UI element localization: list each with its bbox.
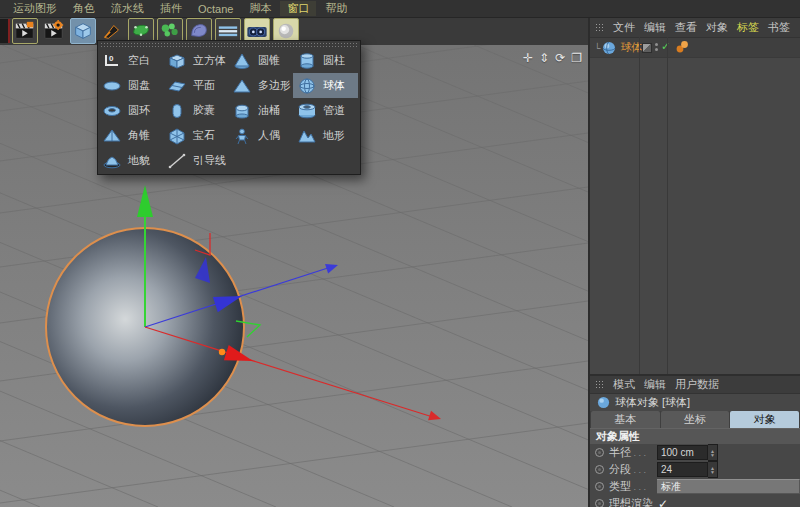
stepper-arrows[interactable]: ▲▼ <box>708 461 718 478</box>
primitive-label: 管道 <box>323 103 345 118</box>
primitive-item-plane[interactable]: 平面 <box>163 73 228 98</box>
attribute-title-row: 球体对象 [球体] <box>590 394 800 411</box>
toolbar-add-primitive-icon[interactable] <box>70 18 96 44</box>
primitive-item-cylinder[interactable]: 圆柱 <box>293 48 358 73</box>
primitive-item-landscape[interactable]: 地形 <box>293 123 358 148</box>
primitive-item-platonic[interactable]: 宝石 <box>163 123 228 148</box>
panel-menu-icon[interactable] <box>595 380 604 389</box>
primitive-label: 宝石 <box>193 128 215 143</box>
viewport-nav-icons: ✛⇕⟳❐ <box>523 52 582 64</box>
menubar: 运动图形角色流水线插件Octane脚本窗口帮助 <box>0 0 800 18</box>
primitive-label: 空白 <box>128 53 150 68</box>
menubar-item-帮助[interactable]: 帮助 <box>318 1 354 16</box>
primitive-item-guide[interactable]: 引导线 <box>163 148 228 173</box>
primitive-label: 圆锥 <box>258 53 280 68</box>
landscape-icon <box>296 127 318 145</box>
cinema4d-window: 运动图形角色流水线插件Octane脚本窗口帮助 <box>0 0 800 507</box>
stepper-arrows[interactable]: ▲▼ <box>708 444 718 461</box>
am-menu-编辑[interactable]: 编辑 <box>644 377 666 392</box>
primitive-label: 立方体 <box>193 53 226 68</box>
leader-dots: . . . <box>631 482 646 492</box>
column-divider <box>667 37 668 374</box>
om-menu-标签[interactable]: 标签 <box>737 20 759 35</box>
sphere-icon <box>296 77 318 95</box>
phong-tag-icon[interactable] <box>675 40 689 53</box>
primitive-item-oiltank[interactable]: 油桶 <box>228 98 293 123</box>
am-menu-模式[interactable]: 模式 <box>613 377 635 392</box>
guide-icon <box>166 152 188 170</box>
viewport-pan-icon[interactable]: ✛ <box>523 52 533 64</box>
menubar-item-角色[interactable]: 角色 <box>66 1 102 16</box>
om-menu-文件[interactable]: 文件 <box>613 20 635 35</box>
sphere-object-icon <box>602 41 616 55</box>
visibility-toggles[interactable] <box>655 43 658 51</box>
tab-基本[interactable]: 基本 <box>591 411 660 428</box>
menubar-item-流水线[interactable]: 流水线 <box>104 1 151 16</box>
primitive-item-pyramid[interactable]: 角锥 <box>98 123 163 148</box>
property-label: 半径 . . . <box>609 445 657 460</box>
radius-handle[interactable] <box>219 349 225 355</box>
om-menu-对象[interactable]: 对象 <box>706 20 728 35</box>
section-header: 对象属性 <box>590 428 800 444</box>
primitive-item-null[interactable]: 0空白 <box>98 48 163 73</box>
attribute-tabs: 基本坐标对象 <box>590 411 800 428</box>
primitive-item-cone[interactable]: 圆锥 <box>228 48 293 73</box>
primitive-item-cube[interactable]: 立方体 <box>163 48 228 73</box>
menubar-item-插件[interactable]: 插件 <box>153 1 189 16</box>
primitive-label: 油桶 <box>258 103 280 118</box>
panel-menu-icon[interactable] <box>595 23 604 32</box>
tab-对象[interactable]: 对象 <box>730 411 799 428</box>
pyramid-icon <box>101 127 123 145</box>
layer-color-swatch[interactable] <box>642 43 652 53</box>
tab-坐标[interactable]: 坐标 <box>661 411 730 428</box>
figure-icon <box>231 127 253 145</box>
primitive-item-torus[interactable]: 圆环 <box>98 98 163 123</box>
plane-icon <box>166 77 188 95</box>
menubar-item-窗口[interactable]: 窗口 <box>280 1 316 16</box>
primitive-label: 圆盘 <box>128 78 150 93</box>
menubar-item-Octane[interactable]: Octane <box>191 3 240 15</box>
value-field[interactable]: 24 <box>657 462 708 477</box>
am-menu-用户数据[interactable]: 用户数据 <box>675 377 719 392</box>
viewport-rotate-icon[interactable]: ⟳ <box>555 52 565 64</box>
primitive-item-relief[interactable]: 地貌 <box>98 148 163 173</box>
property-label: 分段 . . . <box>609 462 657 477</box>
primitive-item-sphere[interactable]: 球体 <box>293 73 358 98</box>
menubar-item-脚本[interactable]: 脚本 <box>242 1 278 16</box>
primitive-item-capsule[interactable]: 胶囊 <box>163 98 228 123</box>
om-menu-书签[interactable]: 书签 <box>768 20 790 35</box>
property-row-类型: 类型 . . .标准 <box>590 478 800 495</box>
viewport-maximize-icon[interactable]: ❐ <box>571 52 582 64</box>
null-icon: 0 <box>101 52 123 70</box>
primitive-item-disc[interactable]: 圆盘 <box>98 73 163 98</box>
property-row-半径: 半径 . . .100 cm▲▼ <box>590 444 800 461</box>
keyframe-circle[interactable] <box>595 482 604 491</box>
primitive-item-tube[interactable]: 管道 <box>293 98 358 123</box>
primitive-item-polygon[interactable]: 多边形 <box>228 73 293 98</box>
clipped-toolbar-icon <box>0 19 10 43</box>
om-menu-查看[interactable]: 查看 <box>675 20 697 35</box>
primitive-item-figure[interactable]: 人偶 <box>228 123 293 148</box>
menubar-item-运动图形[interactable]: 运动图形 <box>6 1 64 16</box>
keyframe-circle[interactable] <box>595 448 604 457</box>
stepper-down-icon[interactable]: ▼ <box>710 470 715 474</box>
attribute-manager-menu: 模式编辑用户数据 <box>590 376 800 394</box>
column-divider <box>639 37 640 374</box>
toolbar-render-view-icon[interactable] <box>12 18 38 44</box>
om-menu-编辑[interactable]: 编辑 <box>644 20 666 35</box>
keyframe-circle[interactable] <box>595 499 604 507</box>
keyframe-circle[interactable] <box>595 465 604 474</box>
object-row[interactable]: └ 球体 ✓ <box>590 38 800 58</box>
primitive-label: 地貌 <box>128 153 150 168</box>
toolbar-render-settings-icon[interactable] <box>41 18 67 44</box>
platonic-icon <box>166 127 188 145</box>
object-manager-body[interactable] <box>590 58 800 376</box>
dropdown[interactable]: 标准 <box>657 479 800 494</box>
enable-toggle[interactable]: ✓ <box>661 40 670 53</box>
value-field[interactable]: 100 cm <box>657 445 708 460</box>
viewport-zoom-icon[interactable]: ⇕ <box>539 52 549 64</box>
stepper-down-icon[interactable]: ▼ <box>710 453 715 457</box>
checkbox[interactable]: ✓ <box>658 497 668 507</box>
primitive-label: 圆柱 <box>323 53 345 68</box>
torus-icon <box>101 102 123 120</box>
